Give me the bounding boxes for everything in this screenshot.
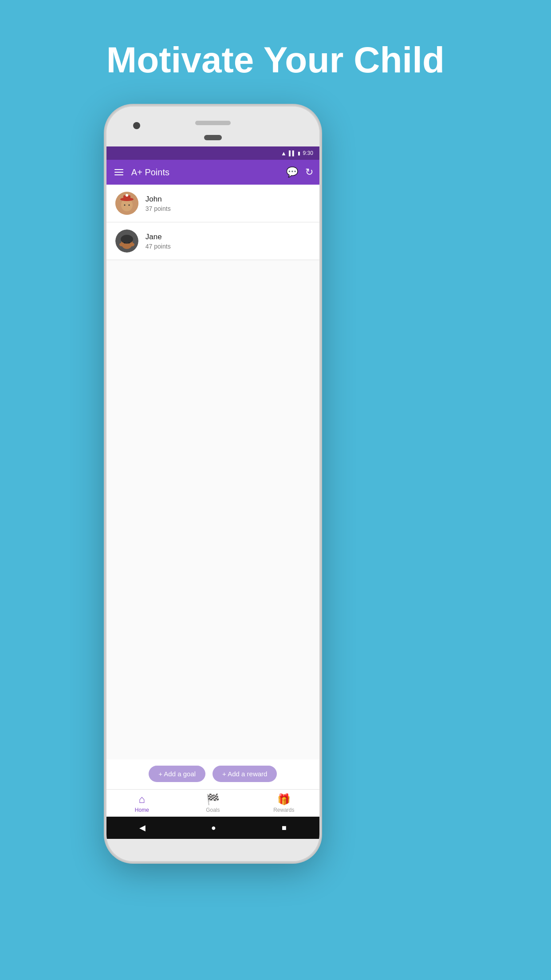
rewards-icon: 🎁 <box>277 793 291 806</box>
bottom-nav: ⌂ Home 🏁 Goals 🎁 Rewards <box>106 789 319 817</box>
wifi-icon: ▲ <box>281 150 287 157</box>
avatar-john <box>115 192 138 215</box>
child-points-jane: 47 points <box>146 243 171 250</box>
child-name-john: John <box>146 194 171 204</box>
nav-item-goals[interactable]: 🏁 Goals <box>177 790 248 817</box>
status-bar: ▲ ▌▌ ▮ 9:30 <box>106 146 319 160</box>
phone-top-bezel <box>106 107 319 146</box>
svg-point-5 <box>124 205 125 206</box>
nav-label-goals: Goals <box>206 807 220 813</box>
earpiece <box>204 135 222 140</box>
child-points-john: 37 points <box>146 205 171 212</box>
bottom-actions: + Add a goal + Add a reward ⌂ Home 🏁 Goa… <box>106 759 319 839</box>
status-icons: ▲ ▌▌ ▮ 9:30 <box>281 150 313 157</box>
svg-point-12 <box>119 243 124 246</box>
back-button[interactable]: ◀ <box>139 823 146 833</box>
action-buttons-row: + Add a goal + Add a reward <box>106 759 319 789</box>
child-item-jane[interactable]: Jane 47 points <box>106 222 319 260</box>
svg-point-13 <box>130 243 134 246</box>
svg-point-6 <box>128 205 130 206</box>
phone-screen: ▲ ▌▌ ▮ 9:30 A+ Points 💬 ↻ <box>106 146 319 839</box>
chat-icon[interactable]: 💬 <box>286 166 298 178</box>
status-time: 9:30 <box>303 150 313 156</box>
phone-shell: ▲ ▌▌ ▮ 9:30 A+ Points 💬 ↻ <box>106 107 319 861</box>
goals-icon: 🏁 <box>206 793 220 806</box>
refresh-icon[interactable]: ↻ <box>305 166 313 178</box>
phone-bottom-bezel <box>106 839 319 861</box>
add-reward-button[interactable]: + Add a reward <box>213 766 277 782</box>
svg-point-11 <box>128 242 130 244</box>
speaker-grille <box>195 121 231 125</box>
nav-item-rewards[interactable]: 🎁 Rewards <box>248 790 319 817</box>
app-bar-actions: 💬 ↻ <box>286 166 313 178</box>
page-background: Motivate Your Child ▲ ▌▌ ▮ 9:30 <box>106 0 445 861</box>
menu-button[interactable] <box>113 167 125 177</box>
add-goal-button[interactable]: + Add a goal <box>149 766 205 782</box>
battery-icon: ▮ <box>298 150 300 156</box>
page-headline: Motivate Your Child <box>106 40 445 80</box>
child-item-john[interactable]: John 37 points <box>106 185 319 222</box>
child-info-jane: Jane 47 points <box>146 232 171 250</box>
recents-button[interactable]: ■ <box>282 823 287 833</box>
main-content: John 37 points <box>106 185 319 839</box>
nav-item-home[interactable]: ⌂ Home <box>106 790 177 817</box>
nav-label-home: Home <box>135 807 149 813</box>
android-nav-bar: ◀ ● ■ <box>106 817 319 839</box>
home-button[interactable]: ● <box>211 823 216 833</box>
svg-point-9 <box>121 235 133 244</box>
child-info-john: John 37 points <box>146 194 171 212</box>
app-bar: A+ Points 💬 ↻ <box>106 160 319 185</box>
svg-point-4 <box>126 194 128 197</box>
camera <box>133 122 140 129</box>
avatar-jane <box>115 229 138 253</box>
svg-point-10 <box>124 242 125 244</box>
app-title: A+ Points <box>131 167 286 178</box>
signal-icon: ▌▌ <box>289 150 296 156</box>
nav-label-rewards: Rewards <box>273 807 294 813</box>
home-icon: ⌂ <box>139 793 146 806</box>
child-name-jane: Jane <box>146 232 171 242</box>
